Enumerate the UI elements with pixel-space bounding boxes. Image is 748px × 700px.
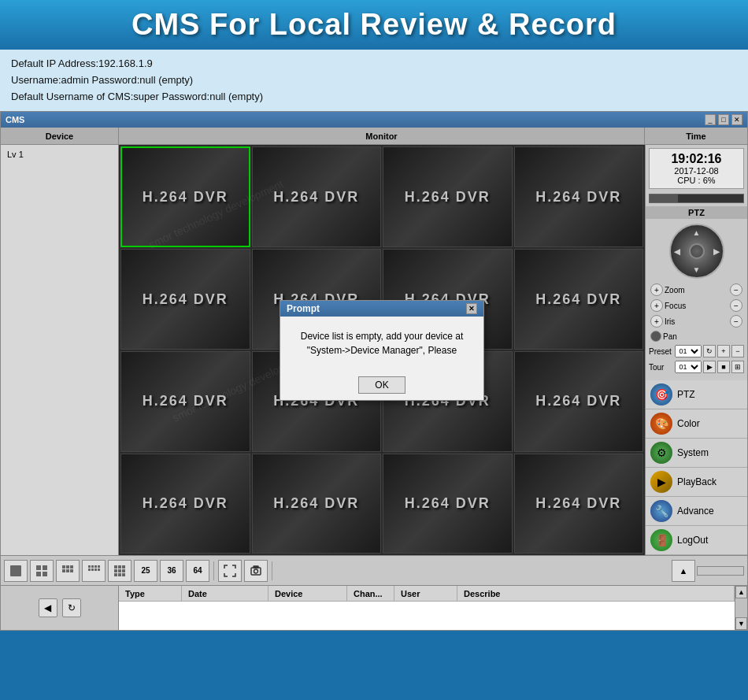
cpu-text: CPU : 6% bbox=[653, 176, 740, 185]
close-button[interactable]: ✕ bbox=[731, 114, 742, 125]
preset-refresh-btn[interactable]: ↻ bbox=[703, 345, 716, 357]
sidebar-system-button[interactable]: ⚙ System bbox=[646, 439, 747, 468]
svg-rect-24 bbox=[122, 569, 125, 572]
tour-stop-btn[interactable]: ■ bbox=[717, 361, 730, 373]
log-scroll-up[interactable]: ▲ bbox=[735, 586, 747, 598]
sidebar-logout-button[interactable]: 🚪 LogOut bbox=[646, 526, 747, 555]
toolbar-layout-6[interactable] bbox=[56, 560, 80, 582]
toolbar-layout-36[interactable]: 36 bbox=[160, 560, 183, 582]
sidebar-advance-button[interactable]: 🔧 Advance bbox=[646, 497, 747, 526]
maximize-button[interactable]: □ bbox=[718, 114, 729, 125]
time-display: 19:02:16 2017-12-08 CPU : 6% bbox=[649, 148, 744, 189]
toolbar-25-label: 25 bbox=[141, 566, 150, 575]
ptz-pan-dot[interactable] bbox=[650, 331, 661, 342]
dialog-ok-button[interactable]: OK bbox=[358, 376, 405, 394]
svg-rect-23 bbox=[118, 569, 121, 572]
dialog-message: Device list is empty, add your device at… bbox=[280, 317, 483, 370]
toolbar-layout-9[interactable] bbox=[108, 560, 131, 582]
preset-select[interactable]: 01 02 bbox=[675, 345, 702, 357]
log-empty-area bbox=[119, 602, 735, 630]
sidebar-color-button[interactable]: 🎨 Color bbox=[646, 409, 747, 439]
toolbar-fullscreen-btn[interactable] bbox=[218, 560, 242, 582]
tour-select[interactable]: 01 02 bbox=[675, 361, 702, 373]
ptz-right-arrow: ▶ bbox=[713, 247, 720, 256]
log-scroll-down[interactable]: ▼ bbox=[735, 617, 747, 630]
advance-sidebar-icon: 🔧 bbox=[650, 500, 672, 522]
svg-rect-11 bbox=[88, 565, 91, 568]
color-sidebar-icon: 🎨 bbox=[650, 413, 672, 435]
ptz-zoom-plus[interactable]: + bbox=[650, 283, 663, 296]
toolbar-layout-64[interactable]: 64 bbox=[186, 560, 209, 582]
ptz-ring[interactable]: ▲ ▼ ◀ ▶ bbox=[669, 224, 724, 279]
svg-rect-13 bbox=[94, 565, 97, 568]
ptz-focus-minus[interactable]: − bbox=[730, 299, 742, 312]
tour-grid-btn[interactable]: ⊞ bbox=[731, 361, 744, 373]
tour-row: Tour 01 02 ▶ ■ ⊞ bbox=[649, 361, 744, 373]
log-btn-refresh[interactable]: ↻ bbox=[62, 598, 81, 617]
page-title: CMS For Local Review & Record bbox=[16, 8, 732, 42]
toolbar-layout-8[interactable] bbox=[82, 560, 106, 582]
ptz-iris-minus[interactable]: − bbox=[730, 315, 742, 328]
toolbar-layout-25[interactable]: 25 bbox=[134, 560, 157, 582]
log-btn-left[interactable]: ◀ bbox=[39, 598, 57, 617]
svg-point-29 bbox=[254, 569, 258, 573]
sidebar-playback-button[interactable]: ▶ PlayBack bbox=[646, 468, 747, 497]
ptz-pan-row: Pan bbox=[649, 331, 744, 342]
log-table-area: Type Date Device Chan... User Describe bbox=[119, 586, 735, 630]
ptz-iris-label: Iris bbox=[665, 317, 728, 326]
svg-rect-16 bbox=[91, 569, 94, 571]
svg-rect-7 bbox=[70, 565, 73, 569]
log-scrollbar: ▲ ▼ bbox=[735, 586, 747, 630]
window-title: CMS bbox=[6, 115, 24, 124]
ptz-sidebar-icon: 🎯 bbox=[650, 383, 672, 406]
bottom-toolbar: 25 36 64 bbox=[1, 555, 747, 585]
ptz-zoom-minus[interactable]: − bbox=[730, 283, 742, 296]
log-col-chan: Chan... bbox=[347, 586, 394, 601]
ptz-center[interactable] bbox=[689, 243, 705, 259]
title-bar: CMS _ □ ✕ bbox=[1, 112, 747, 128]
device-tree-item[interactable]: Lv 1 bbox=[4, 148, 115, 161]
svg-rect-15 bbox=[88, 569, 91, 571]
svg-rect-25 bbox=[114, 573, 117, 576]
ptz-focus-row: + Focus − bbox=[649, 299, 744, 312]
dialog-title-text: Prompt bbox=[287, 303, 320, 314]
toolbar-layout-1[interactable] bbox=[4, 560, 28, 582]
sidebar-ptz-button[interactable]: 🎯 PTZ bbox=[646, 380, 747, 409]
advance-sidebar-label: Advance bbox=[677, 506, 714, 517]
svg-rect-4 bbox=[43, 572, 47, 576]
ptz-focus-plus[interactable]: + bbox=[650, 299, 663, 312]
info-line1: Default IP Address:192.168.1.9 bbox=[11, 56, 737, 72]
toolbar-36-label: 36 bbox=[167, 566, 176, 575]
svg-rect-17 bbox=[94, 569, 97, 571]
ptz-iris-row: + Iris − bbox=[649, 315, 744, 328]
minimize-button[interactable]: _ bbox=[705, 114, 716, 125]
dialog-footer: OK bbox=[280, 370, 483, 400]
ptz-iris-plus[interactable]: + bbox=[650, 315, 663, 328]
ptz-focus-label: Focus bbox=[665, 302, 728, 310]
svg-rect-5 bbox=[62, 565, 65, 569]
monitor-panel: smor technology development smor technol… bbox=[119, 145, 645, 555]
svg-rect-9 bbox=[66, 569, 69, 572]
info-section: Default IP Address:192.168.1.9 Username:… bbox=[0, 50, 748, 111]
toolbar-scroll-up[interactable]: ▲ bbox=[672, 560, 695, 582]
svg-rect-6 bbox=[66, 565, 69, 569]
dialog-close-button[interactable]: ✕ bbox=[466, 303, 477, 314]
log-col-type: Type bbox=[119, 586, 182, 601]
ptz-control[interactable]: ▲ ▼ ◀ ▶ bbox=[649, 224, 744, 279]
svg-rect-19 bbox=[114, 565, 117, 569]
col-time-header: Time bbox=[645, 128, 747, 144]
ptz-zoom-row: + Zoom − bbox=[649, 283, 744, 296]
info-line3: Default Username of CMS:super Password:n… bbox=[11, 89, 737, 106]
svg-rect-27 bbox=[122, 573, 125, 576]
preset-del-btn[interactable]: − bbox=[731, 345, 744, 357]
preset-add-btn[interactable]: + bbox=[717, 345, 730, 357]
ptz-up-arrow: ▲ bbox=[693, 228, 701, 237]
tour-play-btn[interactable]: ▶ bbox=[703, 361, 716, 373]
playback-sidebar-icon: ▶ bbox=[650, 471, 672, 493]
toolbar-scrollbar[interactable] bbox=[697, 566, 744, 576]
svg-rect-22 bbox=[114, 569, 117, 572]
svg-rect-12 bbox=[91, 565, 94, 568]
preset-label: Preset bbox=[649, 347, 675, 356]
toolbar-snap-btn[interactable] bbox=[244, 560, 268, 582]
toolbar-layout-4[interactable] bbox=[30, 560, 54, 582]
